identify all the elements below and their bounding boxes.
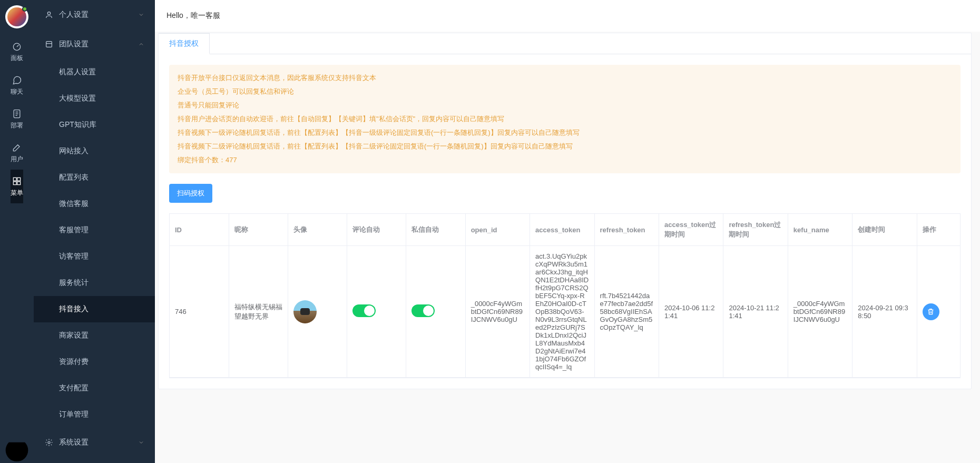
- chevron-down-icon: [138, 439, 144, 446]
- sidebar-item-team-13[interactable]: 订单管理: [34, 401, 155, 428]
- th-avatar: 头像: [288, 214, 347, 246]
- sidebar-item-team-8[interactable]: 服务统计: [34, 270, 155, 296]
- cell-refresh-token: rft.7b4521442dae77fecb7ae2dd5f58bc68VgII…: [594, 246, 659, 378]
- th-private-auto: 私信自动: [406, 214, 465, 246]
- cell-avatar: [288, 246, 347, 378]
- svg-rect-3: [17, 178, 21, 181]
- box-icon: [44, 40, 54, 49]
- svg-rect-4: [13, 181, 16, 184]
- alert-line: 企业号（员工号）可以回复私信和评论: [178, 85, 952, 98]
- th-nickname: 昵称: [229, 214, 288, 246]
- cell-rt-expire: 2024-10-21 11:21:41: [723, 246, 788, 378]
- th-kefu-name: kefu_name: [788, 214, 852, 246]
- th-create-time: 创建时间: [852, 214, 917, 246]
- tab-douyin-auth[interactable]: 抖音授权: [159, 33, 210, 54]
- cell-open-id: _0000cF4yWGmbtDGfCn69NR89IJCNWV6u0gU: [465, 246, 530, 378]
- wide-sidebar: 个人设置 团队设置 机器人设置大模型设置GPT知识库网站接入配置列表微信客服客服…: [34, 0, 155, 463]
- alert-line: 抖音视频下一级评论随机回复话语，前往【配置列表】【抖音一级级评论固定回复语(一行…: [178, 126, 952, 140]
- user-icon: [44, 10, 54, 19]
- sidebar-item-team-5[interactable]: 微信客服: [34, 191, 155, 217]
- sidebar-item-team-11[interactable]: 资源付费: [34, 349, 155, 375]
- sidebar-item-team-1[interactable]: 大模型设置: [34, 85, 155, 112]
- nav-label: 部署: [11, 121, 23, 130]
- info-alert: 抖音开放平台接口仅返回文本消息，因此客服系统仅支持抖音文本企业号（员工号）可以回…: [169, 65, 961, 173]
- menu-personal[interactable]: 个人设置: [34, 0, 155, 29]
- cell-private-auto: [406, 246, 465, 378]
- svg-rect-7: [46, 42, 52, 47]
- alert-line: 抖音用户进会话页的自动欢迎语，前往【自动回复】【关键词】填"私信会话页"，回复内…: [178, 112, 952, 126]
- th-id: ID: [170, 214, 229, 246]
- alert-line: 普通号只能回复评论: [178, 98, 952, 112]
- narrow-sidebar: 面板聊天部署用户菜单: [0, 0, 34, 463]
- sidebar-item-team-4[interactable]: 配置列表: [34, 164, 155, 191]
- nav-label: 用户: [11, 155, 23, 164]
- cell-id: 746: [170, 246, 229, 378]
- sidebar-item-team-2[interactable]: GPT知识库: [34, 112, 155, 138]
- sidebar-item-team-9[interactable]: 抖音接入: [34, 296, 155, 322]
- sidebar-item-team-7[interactable]: 访客管理: [34, 243, 155, 270]
- comment-auto-switch[interactable]: [352, 304, 376, 317]
- power-button[interactable]: [0, 438, 34, 463]
- nav-item-file[interactable]: 部署: [11, 102, 23, 136]
- nav-item-gauge[interactable]: 面板: [11, 35, 23, 68]
- alert-line: 抖音开放平台接口仅返回文本消息，因此客服系统仅支持抖音文本: [178, 71, 952, 85]
- cell-at-expire: 2024-10-06 11:21:41: [659, 246, 723, 378]
- page-greeting: Hello，唯一客服: [155, 0, 980, 32]
- th-rt-expire: refresh_token过期时间: [723, 214, 788, 246]
- delete-button[interactable]: [923, 303, 939, 320]
- cell-access-token: act.3.UqGYiu2pkcXqPWRk3u5m1ar6CkxJ3hg_it…: [530, 246, 594, 378]
- svg-rect-2: [13, 178, 16, 181]
- cell-create-time: 2024-09-21 09:38:50: [852, 246, 917, 378]
- cell-comment-auto: [347, 246, 406, 378]
- edit-icon: [12, 142, 22, 153]
- chevron-up-icon: [138, 41, 144, 47]
- alert-line: 绑定抖音个数：477: [178, 153, 952, 167]
- th-open-id: open_id: [465, 214, 530, 246]
- th-access-token: access_token: [530, 214, 594, 246]
- nav-item-chat[interactable]: 聊天: [11, 68, 23, 102]
- accounts-table: ID 昵称 头像 评论自动 私信自动 open_id access_token …: [170, 214, 960, 378]
- scan-auth-button[interactable]: 扫码授权: [169, 184, 212, 203]
- menu-system[interactable]: 系统设置: [34, 428, 155, 457]
- th-action: 操作: [917, 214, 960, 246]
- nav-label: 面板: [11, 54, 23, 63]
- main-content: Hello，唯一客服 抖音授权 抖音开放平台接口仅返回文本消息，因此客服系统仅支…: [155, 0, 980, 463]
- menu-label: 系统设置: [59, 438, 89, 447]
- th-at-expire: access_token过期时间: [659, 214, 723, 246]
- nav-label: 聊天: [11, 87, 23, 96]
- chevron-down-icon: [138, 12, 144, 18]
- th-comment-auto: 评论自动: [347, 214, 406, 246]
- sidebar-item-team-12[interactable]: 支付配置: [34, 375, 155, 401]
- sidebar-item-team-6[interactable]: 客服管理: [34, 217, 155, 243]
- menu-team[interactable]: 团队设置: [34, 29, 155, 59]
- private-auto-switch[interactable]: [411, 304, 435, 317]
- menu-label: 个人设置: [59, 10, 89, 19]
- menu-label: 团队设置: [59, 40, 89, 49]
- svg-rect-5: [17, 181, 21, 184]
- gear-icon: [44, 438, 54, 447]
- grid-icon: [12, 176, 22, 186]
- sidebar-item-team-0[interactable]: 机器人设置: [34, 59, 155, 85]
- nav-item-edit[interactable]: 用户: [11, 136, 23, 170]
- nav-item-grid[interactable]: 菜单: [11, 170, 23, 203]
- sidebar-item-team-10[interactable]: 商家设置: [34, 322, 155, 349]
- logo[interactable]: [5, 5, 28, 28]
- cell-kefu-name: _0000cF4yWGmbtDGfCn69NR89IJCNWV6u0gU: [788, 246, 852, 378]
- svg-point-8: [48, 441, 50, 444]
- sidebar-item-team-3[interactable]: 网站接入: [34, 138, 155, 164]
- th-refresh-token: refresh_token: [594, 214, 659, 246]
- file-icon: [12, 109, 22, 119]
- cell-action: [917, 246, 960, 378]
- gauge-icon: [12, 41, 22, 52]
- chat-icon: [12, 75, 22, 85]
- svg-point-6: [47, 12, 50, 15]
- table-row: 746 福特纵横无锡福望越野无界 _0000cF4yWGmbtDGfCn69NR…: [170, 246, 960, 378]
- alert-line: 抖音视频下二级评论随机回复话语，前往【配置列表】【抖音二级评论固定回复语(一行一…: [178, 140, 952, 153]
- cell-nickname: 福特纵横无锡福望越野无界: [229, 246, 288, 378]
- nav-label: 菜单: [11, 189, 23, 198]
- avatar: [293, 300, 317, 323]
